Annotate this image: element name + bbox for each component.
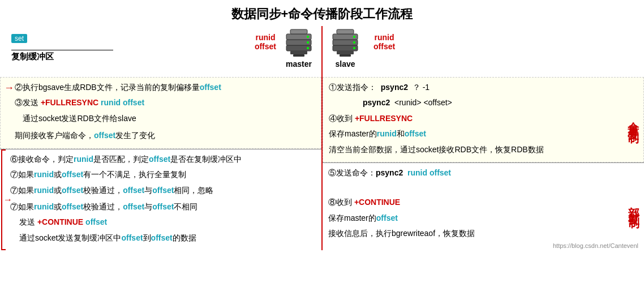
right-partial-line-4: 接收信息后，执行bgrewriteaof，恢复数据	[328, 227, 610, 239]
left-partial-section: → ⑥接收命令，判定runid是否匹配，判定offset是否在复制缓冲区中 ⑦如…	[0, 149, 321, 250]
master-label: master	[286, 59, 312, 68]
buffer-label: 复制缓冲区	[11, 52, 54, 62]
right-partial-section: ⑤发送命令：psync2 runid offset ⑧收到 +CONTINUE …	[323, 163, 644, 246]
right-full-line-5: 清空当前全部数据，通过socket接收RDB文件，恢复RDB数据	[329, 143, 609, 156]
svg-rect-15	[337, 29, 354, 34]
svg-point-14	[353, 47, 355, 49]
left-offset-label: offset	[255, 42, 276, 51]
left-partial-line-5: 发送 +CONTINUE offset	[10, 216, 316, 228]
right-full-line-2: psync2 <runid> <offset>	[329, 96, 609, 109]
bracket-arrow: →	[3, 195, 12, 205]
right-full-line-4: 保存master的runid和offset	[329, 127, 609, 140]
left-partial-line-4: ⑦如果runid或offset校验通过，offset与offset不相同	[10, 200, 316, 213]
right-full-line-3: ④收到 +FULLRESYNC	[329, 112, 609, 125]
right-full-section: ①发送指令： psync2 ？ -1 psync2 <runid> <offse…	[323, 77, 644, 162]
left-partial-line-6: 通过socket发送复制缓冲区中offset到offset的数据	[10, 232, 316, 244]
left-runid-offset: runid offset	[255, 33, 276, 51]
slave-block: slave	[328, 28, 362, 68]
master-server-icon	[282, 28, 316, 59]
left-header-labels: set 复制缓冲区	[11, 28, 255, 62]
master-block: master	[282, 28, 316, 68]
left-full-line-4: 期间接收客户端命令，offset发生了变化	[15, 129, 315, 142]
svg-rect-7	[290, 51, 307, 54]
svg-point-3	[307, 36, 309, 38]
partial-replication-label: 部分复制	[626, 163, 642, 246]
right-offset-label: offset	[373, 42, 395, 51]
right-header: slave runid offset	[323, 26, 644, 77]
watermark: https://blog.csdn.net/Cantevenl	[553, 242, 638, 249]
left-full-line-1: ②执行bgsave生成RDB文件，记录当前的复制偏移量offset	[15, 81, 315, 93]
svg-rect-8	[293, 54, 304, 57]
left-full-line-3: 通过socket发送RDB文件给slave	[15, 112, 315, 125]
svg-point-12	[353, 36, 355, 38]
arrow-icon: →	[4, 82, 14, 94]
left-partial-line-1: ⑥接收命令，判定runid是否匹配，判定offset是否在复制缓冲区中	[10, 153, 316, 165]
svg-rect-16	[337, 51, 354, 54]
left-partial-line-3: ⑦如果runid或offset校验通过，offset与offset相同，忽略	[10, 184, 316, 196]
left-full-line-2: ③发送 +FULLRESYNC runid offset	[15, 96, 315, 109]
slave-server-icon	[328, 28, 362, 59]
slave-label: slave	[335, 59, 355, 68]
left-runid-label: runid	[255, 33, 275, 42]
right-runid-offset: runid offset	[373, 33, 395, 51]
page-title: 数据同步+命令传播阶段工作流程	[0, 0, 644, 26]
left-partial-line-2: ⑦如果runid或offset有一个不满足，执行全量复制	[10, 168, 316, 181]
svg-point-4	[307, 41, 309, 44]
right-partial-line-2: ⑧收到 +CONTINUE	[328, 196, 610, 208]
right-full-line-1: ①发送指令： psync2 ？ -1	[329, 81, 609, 93]
set-badge: set	[11, 34, 27, 43]
main-layout: set 复制缓冲区 runid offset	[0, 26, 644, 250]
left-column: set 复制缓冲区 runid offset	[0, 26, 323, 250]
left-header: set 复制缓冲区 runid offset	[0, 26, 321, 77]
svg-point-5	[307, 47, 309, 49]
svg-rect-6	[290, 29, 307, 34]
right-partial-line-1: ⑤发送命令：psync2 runid offset	[328, 166, 610, 179]
right-column: slave runid offset ①发送指令： psync2 ？ -1 ps…	[323, 26, 644, 250]
svg-rect-17	[340, 54, 351, 57]
left-full-section: → ②执行bgsave生成RDB文件，记录当前的复制偏移量offset ③发送 …	[0, 77, 321, 149]
svg-point-13	[353, 41, 355, 44]
buffer-line	[11, 50, 113, 50]
page-wrapper: 数据同步+命令传播阶段工作流程 set 复制缓冲区 runid offset	[0, 0, 644, 287]
right-partial-line-3: 保存master的offset	[328, 212, 610, 224]
full-replication-label: 全量复制	[626, 78, 641, 162]
right-runid-label: runid	[375, 33, 394, 42]
